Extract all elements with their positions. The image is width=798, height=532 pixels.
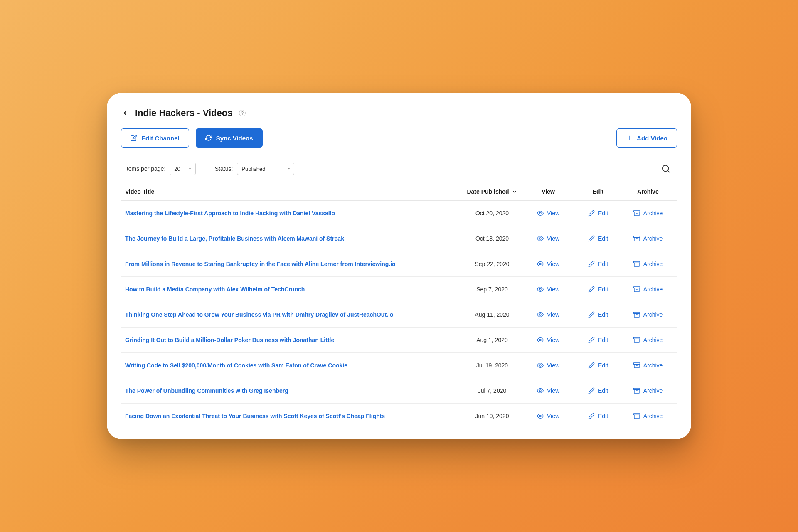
archive-icon	[633, 362, 640, 369]
edit-label: Edit	[598, 286, 608, 293]
eye-icon	[537, 413, 544, 419]
svg-point-22	[539, 365, 541, 366]
archive-action[interactable]: Archive	[623, 362, 673, 369]
archive-action[interactable]: Archive	[623, 210, 673, 217]
archive-action[interactable]: Archive	[623, 387, 673, 394]
view-action[interactable]: View	[523, 235, 573, 242]
view-label: View	[547, 362, 559, 369]
archive-action[interactable]: Archive	[623, 413, 673, 419]
edit-action[interactable]: Edit	[573, 261, 623, 267]
archive-icon	[633, 413, 640, 419]
svg-point-16	[539, 314, 541, 315]
archive-action[interactable]: Archive	[623, 311, 673, 318]
view-action[interactable]: View	[523, 362, 573, 369]
archive-action[interactable]: Archive	[623, 337, 673, 343]
eye-icon	[537, 261, 544, 267]
col-date[interactable]: Date Published	[461, 188, 523, 195]
add-video-button[interactable]: Add Video	[616, 128, 677, 148]
col-edit: Edit	[573, 188, 623, 195]
back-chevron-icon[interactable]	[121, 109, 129, 117]
view-action[interactable]: View	[523, 261, 573, 267]
archive-icon	[633, 387, 640, 394]
archive-icon	[633, 210, 640, 217]
table-row: Thinking One Step Ahead to Grow Your Bus…	[121, 302, 677, 328]
view-action[interactable]: View	[523, 413, 573, 419]
edit-action[interactable]: Edit	[573, 210, 623, 217]
video-title-link[interactable]: Thinking One Step Ahead to Grow Your Bus…	[125, 311, 461, 318]
view-action[interactable]: View	[523, 286, 573, 293]
edit-action[interactable]: Edit	[573, 286, 623, 293]
archive-action[interactable]: Archive	[623, 261, 673, 267]
view-label: View	[547, 210, 559, 217]
search-icon[interactable]	[661, 164, 670, 173]
sync-videos-button[interactable]: Sync Videos	[196, 128, 263, 148]
help-icon[interactable]: ?	[239, 110, 246, 116]
edit-action[interactable]: Edit	[573, 311, 623, 318]
pencil-icon	[588, 311, 595, 318]
archive-label: Archive	[643, 210, 663, 217]
svg-rect-23	[633, 363, 640, 364]
items-per-page-select[interactable]: 20	[170, 163, 195, 175]
archive-action[interactable]: Archive	[623, 286, 673, 293]
svg-rect-5	[633, 211, 640, 212]
edit-label: Edit	[598, 362, 608, 369]
toolbar: Edit Channel Sync Videos Add Video	[121, 128, 677, 148]
archive-icon	[633, 261, 640, 267]
archive-icon	[633, 311, 640, 318]
view-action[interactable]: View	[523, 311, 573, 318]
view-action[interactable]: View	[523, 210, 573, 217]
video-title-link[interactable]: How to Build a Media Company with Alex W…	[125, 286, 461, 293]
edit-action[interactable]: Edit	[573, 362, 623, 369]
edit-channel-label: Edit Channel	[141, 135, 180, 142]
video-date: Jun 19, 2020	[461, 413, 523, 419]
edit-action[interactable]: Edit	[573, 413, 623, 419]
caret-down-icon	[283, 163, 294, 175]
edit-action[interactable]: Edit	[573, 235, 623, 242]
svg-point-10	[539, 263, 541, 265]
eye-icon	[537, 362, 544, 369]
svg-rect-8	[633, 236, 640, 237]
video-title-link[interactable]: Facing Down an Existential Threat to You…	[125, 413, 461, 419]
page-header: Indie Hackers - Videos ?	[121, 108, 677, 118]
eye-icon	[537, 337, 544, 343]
view-label: View	[547, 261, 559, 267]
status-label: Status:	[215, 165, 233, 172]
pencil-icon	[588, 337, 595, 343]
view-action[interactable]: View	[523, 337, 573, 343]
edit-action[interactable]: Edit	[573, 337, 623, 343]
video-title-link[interactable]: From Millions in Revenue to Staring Bank…	[125, 261, 461, 267]
view-action[interactable]: View	[523, 387, 573, 394]
svg-point-13	[539, 288, 541, 290]
eye-icon	[537, 311, 544, 318]
video-title-link[interactable]: Writing Code to Sell $200,000/Month of C…	[125, 362, 461, 369]
items-per-page-label: Items per page:	[125, 165, 165, 172]
video-title-link[interactable]: The Power of Unbundling Communities with…	[125, 387, 461, 394]
pencil-icon	[588, 387, 595, 394]
view-label: View	[547, 413, 559, 419]
video-title-link[interactable]: The Journey to Build a Large, Profitable…	[125, 235, 461, 242]
archive-icon	[633, 235, 640, 242]
table-header: Video Title Date Published View Edit Arc…	[121, 182, 677, 201]
svg-point-4	[539, 212, 541, 214]
svg-line-3	[667, 170, 669, 172]
view-label: View	[547, 286, 559, 293]
videos-table: Video Title Date Published View Edit Arc…	[121, 182, 677, 429]
archive-label: Archive	[643, 362, 663, 369]
edit-channel-button[interactable]: Edit Channel	[121, 128, 189, 148]
items-per-page-value: 20	[170, 166, 184, 172]
archive-action[interactable]: Archive	[623, 235, 673, 242]
edit-label: Edit	[598, 235, 608, 242]
video-title-link[interactable]: Mastering the Lifestyle-First Approach t…	[125, 210, 461, 217]
edit-action[interactable]: Edit	[573, 387, 623, 394]
table-row: The Power of Unbundling Communities with…	[121, 378, 677, 404]
table-row: Mastering the Lifestyle-First Approach t…	[121, 201, 677, 226]
edit-label: Edit	[598, 387, 608, 394]
archive-label: Archive	[643, 413, 663, 419]
svg-point-19	[539, 339, 541, 341]
view-label: View	[547, 311, 559, 318]
video-title-link[interactable]: Grinding It Out to Build a Million-Dolla…	[125, 337, 461, 343]
status-select[interactable]: Published	[237, 163, 294, 175]
filters-bar: Items per page: 20 Status: Published	[121, 163, 677, 182]
svg-rect-26	[633, 388, 640, 389]
video-date: Aug 1, 2020	[461, 337, 523, 343]
